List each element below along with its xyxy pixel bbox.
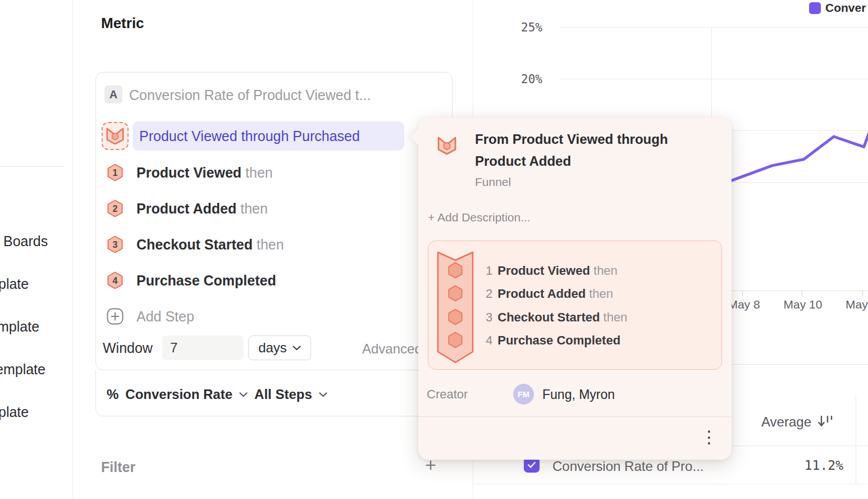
metric-section-title: Metric: [101, 15, 144, 32]
kebab-menu-icon[interactable]: ⋮: [701, 428, 718, 447]
plus-circle-icon: [107, 308, 124, 325]
chevron-down-icon: [239, 392, 248, 397]
series-title[interactable]: Conversion Rate of Product Viewed t...: [129, 87, 371, 103]
selected-event-pill[interactable]: Product Viewed through Purchased: [133, 121, 404, 151]
step-name: Product Viewed: [136, 165, 241, 180]
gridline: [560, 79, 868, 79]
step-name: Product Added: [136, 201, 236, 216]
add-step-label: Add Step: [136, 308, 194, 325]
step-then: then: [240, 201, 268, 216]
funnel-step-2[interactable]: 2 Product Added then: [107, 199, 421, 217]
step-1-hexagon-badge: 1: [107, 164, 124, 182]
creator-label: Creator: [427, 387, 468, 402]
add-step-button[interactable]: Add Step: [107, 308, 124, 325]
sidebar-item-boards[interactable]: Boards: [3, 233, 48, 250]
x-tick-label: May 10: [778, 298, 828, 311]
popover-step-3: 3Checkout Started then: [486, 310, 627, 325]
step-then: then: [245, 165, 273, 180]
sidebar-item-template-3[interactable]: emplate: [0, 361, 45, 378]
average-column-header[interactable]: Average: [730, 414, 811, 430]
popover-step-4: 4Purchase Completed: [486, 333, 620, 348]
window-unit-select[interactable]: days: [248, 335, 311, 360]
steps-scope-dropdown[interactable]: All Steps: [254, 387, 327, 402]
popover-step-2: 2Product Added then: [486, 287, 613, 301]
step-4-hexagon-badge: 4: [107, 271, 124, 289]
app-root: Boards plate mplate emplate plate Metric…: [0, 0, 868, 499]
sidebar-item-template-1[interactable]: plate: [0, 275, 29, 292]
sidebar-item-template-2[interactable]: mplate: [0, 318, 39, 335]
funnel-icon: [106, 126, 125, 146]
step-then: then: [257, 237, 284, 252]
legend-label: Conver: [825, 1, 866, 15]
funnel-ribbon-graphic: [437, 251, 474, 364]
x-tick-label: May: [846, 298, 868, 311]
sidebar: Boards plate mplate emplate plate: [0, 0, 73, 499]
popover-type-label: Funnel: [475, 175, 511, 189]
window-label: Window: [103, 340, 153, 356]
filter-section-title: Filter: [101, 459, 135, 475]
funnel-step-3[interactable]: 3 Checkout Started then: [107, 235, 421, 253]
popover-divider: [418, 416, 732, 417]
step-name: Checkout Started: [136, 237, 253, 252]
advanced-link[interactable]: Advanced: [362, 341, 422, 357]
metric-card: [95, 72, 453, 370]
window-value-input[interactable]: [162, 335, 244, 360]
svg-text:3: 3: [113, 240, 118, 250]
svg-text:2: 2: [113, 204, 118, 214]
svg-text:1: 1: [113, 168, 118, 178]
table-row-label[interactable]: Conversion Rate of Pro...: [552, 459, 703, 474]
chevron-down-icon: [293, 346, 301, 351]
gridline: [560, 27, 868, 28]
y-tick-label: 25%: [509, 21, 542, 34]
legend-swatch: [809, 2, 821, 14]
funnel-step-1[interactable]: 1 Product Viewed then: [107, 164, 421, 182]
step-3-hexagon-badge: 3: [107, 235, 124, 253]
table-column-divider: [856, 395, 856, 484]
percent-icon: %: [107, 387, 118, 402]
measure-controls: % Conversion Rate All Steps: [107, 387, 327, 402]
measure-dropdown[interactable]: Conversion Rate: [125, 387, 248, 402]
chevron-down-icon: [319, 392, 327, 397]
table-row-average-value: 11.2%: [775, 458, 843, 473]
x-axis-tick: [742, 291, 743, 296]
x-axis-tick: [862, 291, 863, 296]
sidebar-item-template-4[interactable]: plate: [0, 403, 29, 420]
funnel-step-4[interactable]: 4 Purchase Completed: [107, 271, 421, 289]
step-2-hexagon-badge: 2: [107, 199, 124, 217]
funnel-metric-icon[interactable]: [102, 122, 129, 150]
series-badge: A: [104, 85, 122, 103]
table-row-border: [473, 484, 868, 484]
add-description-link[interactable]: + Add Description...: [428, 211, 531, 224]
funnel-details-popover: From Product Viewed through Product Adde…: [418, 117, 732, 460]
funnel-summary-box: 1Product Viewed then 2Product Added then…: [428, 241, 722, 370]
sort-descending-icon[interactable]: [817, 414, 834, 429]
window-unit-value: days: [258, 340, 287, 356]
avatar: FM: [513, 384, 534, 405]
popover-step-1: 1Product Viewed then: [486, 264, 618, 278]
check-icon: [526, 459, 537, 470]
sidebar-divider: [0, 166, 64, 167]
step-name: Purchase Completed: [136, 273, 276, 288]
funnel-icon: [437, 135, 457, 156]
x-axis-tick: [802, 291, 802, 296]
popover-title: From Product Viewed through Product Adde…: [475, 128, 700, 172]
y-tick-label: 20%: [509, 72, 542, 86]
creator-name: Fung, Myron: [542, 387, 615, 402]
svg-text:4: 4: [113, 276, 118, 285]
legend-item[interactable]: Conver: [809, 1, 866, 15]
